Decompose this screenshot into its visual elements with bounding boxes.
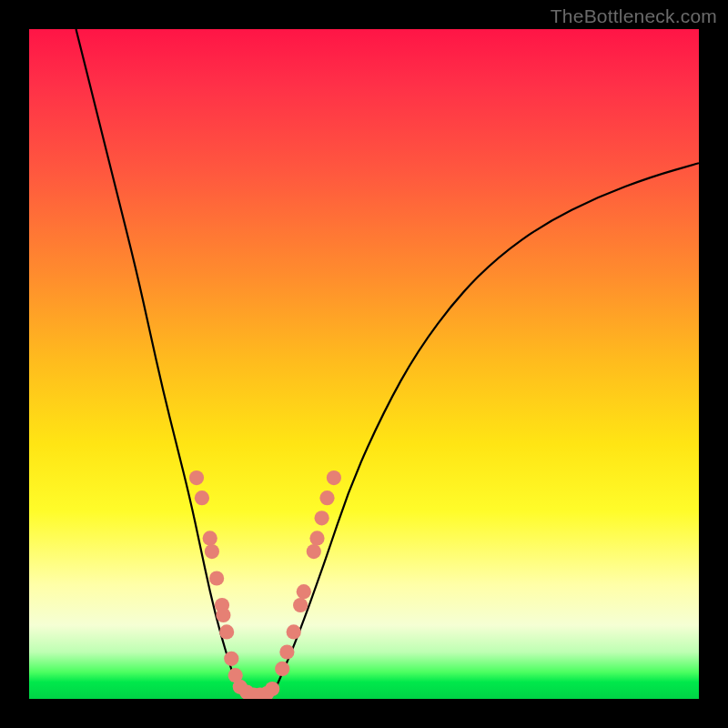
marker-dot — [265, 682, 279, 696]
marker-dot — [216, 608, 230, 622]
marker-dot — [287, 624, 301, 639]
watermark-text: TheBottleneck.com — [551, 5, 717, 27]
marker-dot — [307, 544, 321, 559]
marker-group — [189, 470, 341, 699]
marker-dot — [275, 662, 289, 676]
marker-dot — [205, 544, 219, 559]
marker-dot — [195, 490, 209, 505]
marker-dot — [224, 652, 238, 666]
marker-dot — [309, 531, 324, 545]
marker-dot — [293, 598, 308, 612]
marker-dot — [219, 624, 234, 639]
marker-dot — [315, 511, 329, 525]
chart-frame: TheBottleneck.com — [0, 0, 728, 728]
marker-dot — [203, 531, 217, 545]
marker-dot — [209, 571, 224, 585]
bottleneck-curve — [76, 29, 700, 695]
marker-dot — [297, 584, 311, 599]
marker-dot — [327, 470, 341, 485]
marker-dot — [189, 470, 204, 485]
marker-dot — [279, 644, 294, 659]
chart-svg — [29, 29, 699, 699]
plot-area — [29, 29, 699, 699]
marker-dot — [319, 490, 334, 505]
